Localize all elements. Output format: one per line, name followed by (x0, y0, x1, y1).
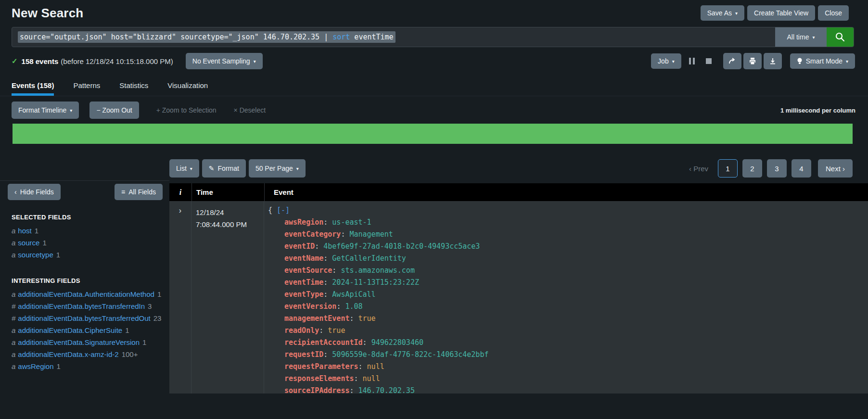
list-label: List (176, 165, 187, 172)
print-icon (749, 57, 756, 65)
json-key: eventSource (284, 266, 332, 275)
create-table-view-button[interactable]: Create Table View (747, 5, 815, 21)
field-count: 3 (148, 302, 152, 310)
json-key: sourceIPAddress (284, 386, 349, 394)
field-item: aawsRegion1 (12, 360, 166, 372)
top-bar: New Search Save As ▾ Create Table View C… (0, 0, 868, 22)
field-item: aadditionalEventData.AuthenticationMetho… (12, 288, 166, 300)
json-value: 1.08 (345, 302, 362, 311)
search-query-input[interactable]: source="output.json" host="blizzard" sou… (12, 27, 775, 47)
field-type-icon: a (12, 239, 15, 247)
smart-mode-dropdown[interactable]: Smart Mode ▾ (790, 53, 855, 69)
share-button[interactable] (723, 53, 741, 69)
export-button[interactable] (764, 53, 782, 69)
time-range-picker[interactable]: All time ▾ (775, 27, 827, 47)
event-expand-chevron[interactable]: › (179, 206, 181, 215)
json-value: AwsApiCall (332, 290, 375, 299)
json-line: eventName: GetCallerIdentity (267, 253, 868, 265)
prev-button[interactable]: ‹ Prev (689, 165, 708, 173)
tab-visualization[interactable]: Visualization (167, 76, 208, 96)
stop-button[interactable] (702, 55, 715, 67)
next-button[interactable]: Next › (818, 159, 853, 178)
pause-button[interactable] (686, 55, 698, 67)
fields-sidebar: ‹ Hide Fields ≡ All Fields SELECTED FIEL… (0, 144, 169, 394)
page-button-2[interactable]: 2 (742, 159, 762, 178)
field-link-additionalEventData.bytesTransferredOut[interactable]: additionalEventData.bytesTransferredOut (18, 314, 150, 322)
fields-list: SELECTED FIELDS ahost1asource1asourcetyp… (0, 200, 169, 372)
field-link-host[interactable]: host (18, 227, 31, 235)
field-count: 1 (125, 326, 129, 334)
field-type-icon: # (12, 302, 15, 310)
page-button-4[interactable]: 4 (791, 159, 811, 178)
event-row: › 12/18/24 7:08:44.000 PM { [-]awsRegion… (169, 201, 868, 394)
json-key: eventType (284, 290, 323, 299)
smart-mode-label: Smart Mode (806, 57, 842, 65)
zoom-to-selection-button[interactable]: + Zoom to Selection (156, 106, 217, 114)
print-button[interactable] (743, 53, 762, 69)
caret-down-icon: ▾ (846, 59, 848, 64)
zoom-out-label: − Zoom Out (96, 106, 132, 114)
tab-patterns[interactable]: Patterns (73, 76, 100, 96)
json-colon: : (358, 362, 367, 371)
field-link-awsRegion[interactable]: awsRegion (18, 362, 53, 370)
format-timeline-label: Format Timeline (18, 106, 66, 114)
save-as-button[interactable]: Save As ▾ (701, 5, 744, 21)
json-value: 5096559e-8daf-4776-822c-14063c4e2bbf (332, 350, 488, 359)
field-link-source[interactable]: source (18, 239, 39, 247)
per-page-dropdown[interactable]: 50 Per Page ▾ (249, 159, 306, 178)
format-timeline-dropdown[interactable]: Format Timeline ▾ (12, 102, 79, 119)
json-line: readOnly: true (267, 325, 868, 337)
json-value: Management (349, 230, 393, 239)
field-type-icon: # (12, 314, 15, 322)
field-count: 1 (56, 251, 60, 259)
field-link-additionalEventData.SignatureVersion[interactable]: additionalEventData.SignatureVersion (18, 338, 140, 346)
json-line: recipientAccountId: 949622803460 (267, 337, 868, 349)
create-table-view-label: Create Table View (754, 9, 808, 17)
field-link-additionalEventData.AuthenticationMethod[interactable]: additionalEventData.AuthenticationMethod (18, 290, 154, 298)
check-icon: ✓ (12, 57, 18, 65)
collapse-link[interactable]: [-] (277, 206, 290, 215)
page-button-1[interactable]: 1 (718, 159, 738, 178)
json-colon: : (323, 278, 332, 287)
close-button[interactable]: Close (818, 5, 849, 21)
field-link-additionalEventData.x-amz-id-2[interactable]: additionalEventData.x-amz-id-2 (18, 350, 118, 358)
page-button-3[interactable]: 3 (767, 159, 787, 178)
field-item: asource1 (12, 237, 166, 249)
search-button[interactable] (827, 27, 854, 47)
json-value: null (363, 374, 380, 383)
json-line: sourceIPAddress: 146.70.202.35 (267, 385, 868, 394)
deselect-button[interactable]: × Deselect (234, 106, 266, 114)
format-button[interactable]: ✎ Format (202, 159, 246, 178)
json-value: 4bef6e9f-27ad-4018-b2c0-49493cc5ace3 (323, 242, 480, 251)
json-colon: : (332, 266, 341, 275)
json-key: requestID (284, 350, 323, 359)
json-line: managementEvent: true (267, 313, 868, 325)
timeline-histogram-bar[interactable] (13, 124, 853, 144)
top-bar-actions: Save As ▾ Create Table View Close (701, 5, 849, 21)
json-line: awsRegion: us-east-1 (267, 216, 868, 229)
caret-down-icon: ▾ (254, 59, 256, 64)
json-colon: : (349, 314, 358, 323)
all-fields-button[interactable]: ≡ All Fields (115, 184, 163, 200)
event-date: 12/18/24 (196, 206, 264, 218)
field-link-sourcetype[interactable]: sourcetype (18, 251, 53, 259)
event-sampling-dropdown[interactable]: No Event Sampling ▾ (186, 53, 263, 69)
field-link-additionalEventData.bytesTransferredIn[interactable]: additionalEventData.bytesTransferredIn (18, 302, 145, 310)
field-link-additionalEventData.CipherSuite[interactable]: additionalEventData.CipherSuite (18, 326, 122, 334)
field-type-icon: a (12, 251, 15, 259)
tab-events-158[interactable]: Events (158) (12, 76, 54, 96)
json-key: recipientAccountId (284, 338, 363, 347)
json-key: eventCategory (284, 230, 341, 239)
query-segment: eventTime (350, 33, 393, 41)
list-dropdown[interactable]: List ▾ (169, 159, 199, 178)
field-item: ahost1 (12, 225, 166, 237)
json-value: GetCallerIdentity (332, 254, 406, 263)
event-sampling-label: No Event Sampling (192, 57, 250, 65)
job-dropdown[interactable]: Job ▾ (651, 53, 681, 69)
zoom-out-button[interactable]: − Zoom Out (89, 102, 139, 119)
hide-fields-button[interactable]: ‹ Hide Fields (8, 184, 61, 200)
json-value: 2024-11-13T15:23:22Z (332, 278, 419, 287)
tab-statistics[interactable]: Statistics (119, 76, 148, 96)
caret-down-icon: ▾ (296, 166, 299, 171)
bulb-icon (797, 57, 803, 65)
